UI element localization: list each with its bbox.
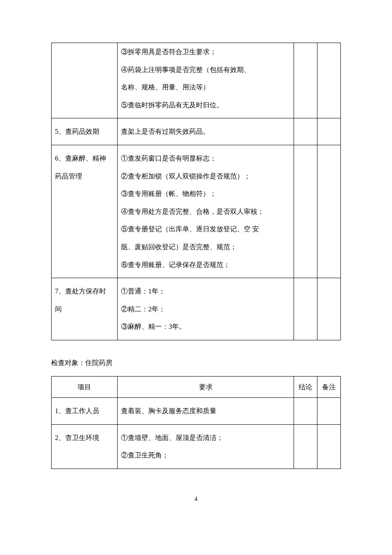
- table-row: 5、查药品效期查架上是否有过期失效药品。: [52, 118, 341, 145]
- cell-conclusion: [294, 398, 317, 425]
- col-header-item: 项目: [52, 376, 118, 398]
- cell-item: 5、查药品效期: [52, 118, 118, 145]
- cell-requirement: 查架上是否有过期失效药品。: [118, 118, 294, 145]
- cell-requirement: 查着装、胸卡及服务态度和质量: [118, 398, 294, 425]
- cell-item: [52, 43, 118, 118]
- col-header-note: 备注: [317, 376, 341, 398]
- cell-requirement: ①查发药窗口是否有明显标志；②查专柜加锁（双人双锁操作是否规范）；③查专用账册（…: [118, 145, 294, 278]
- cell-note: [317, 398, 341, 425]
- cell-requirement: ③拆零用具是否符合卫生要求；④药袋上注明事项是否完整（包括有效期、名称、规格、用…: [118, 43, 294, 118]
- table-row: 7、查处方保存时间①普通：1年；②精二：2年；③麻醉、精一：3年。: [52, 278, 341, 340]
- col-header-req: 要求: [118, 376, 294, 398]
- cell-item: 7、查处方保存时间: [52, 278, 118, 340]
- cell-conclusion: [294, 424, 317, 469]
- section-label: 检查对象：住院药房: [51, 357, 341, 368]
- cell-item: 6、查麻醉、精神药品管理: [52, 145, 118, 278]
- checklist-table-1: ③拆零用具是否符合卫生要求；④药袋上注明事项是否完整（包括有效期、名称、规格、用…: [51, 43, 341, 340]
- cell-conclusion: [294, 43, 317, 118]
- page-number: 4: [51, 495, 341, 504]
- col-header-concl: 结论: [294, 376, 317, 398]
- cell-note: [317, 278, 341, 340]
- table-header-row: 项目 要求 结论 备注: [52, 376, 341, 398]
- cell-note: [317, 43, 341, 118]
- table-row: ③拆零用具是否符合卫生要求；④药袋上注明事项是否完整（包括有效期、名称、规格、用…: [52, 43, 341, 118]
- cell-conclusion: [294, 145, 317, 278]
- cell-item: 1、查工作人员: [52, 398, 118, 425]
- table-row: 2、杳卫生环境①查墙壁、地面、屋顶是否清洁；②查卫生死角；: [52, 424, 341, 469]
- cell-note: [317, 118, 341, 145]
- table-row: 1、查工作人员查着装、胸卡及服务态度和质量: [52, 398, 341, 425]
- cell-item: 2、杳卫生环境: [52, 424, 118, 469]
- cell-conclusion: [294, 118, 317, 145]
- cell-note: [317, 424, 341, 469]
- cell-conclusion: [294, 278, 317, 340]
- cell-requirement: ①普通：1年；②精二：2年；③麻醉、精一：3年。: [118, 278, 294, 340]
- cell-requirement: ①查墙壁、地面、屋顶是否清洁；②查卫生死角；: [118, 424, 294, 469]
- table-row: 6、查麻醉、精神药品管理①查发药窗口是否有明显标志；②查专柜加锁（双人双锁操作是…: [52, 145, 341, 278]
- cell-note: [317, 145, 341, 278]
- checklist-table-2: 项目 要求 结论 备注 1、查工作人员查着装、胸卡及服务态度和质量2、杳卫生环境…: [51, 376, 341, 469]
